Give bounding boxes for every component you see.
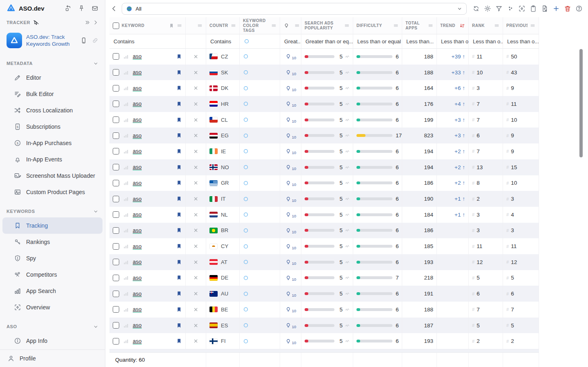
keyword-link[interactable]: aso bbox=[133, 275, 142, 281]
column-menu-icon[interactable] bbox=[294, 23, 300, 28]
bookmark-filled-icon[interactable] bbox=[176, 69, 182, 76]
phone-icon[interactable] bbox=[80, 37, 87, 44]
row-checkbox[interactable] bbox=[113, 101, 119, 107]
keyword-link[interactable]: aso bbox=[133, 291, 142, 297]
sparkline-icon[interactable] bbox=[345, 149, 350, 154]
row-checkbox[interactable] bbox=[113, 338, 119, 345]
bookmark-filled-icon[interactable] bbox=[176, 338, 182, 344]
help-icon[interactable] bbox=[575, 5, 583, 12]
remove-keyword-icon[interactable] bbox=[193, 149, 198, 154]
color-tag-circle-icon[interactable] bbox=[243, 212, 249, 217]
keyword-link[interactable]: aso bbox=[133, 227, 142, 234]
remove-keyword-icon[interactable] bbox=[193, 70, 198, 75]
sparkline-icon[interactable] bbox=[345, 323, 350, 328]
mini-bars-icon[interactable] bbox=[123, 338, 129, 344]
color-tag-circle-icon[interactable] bbox=[243, 101, 249, 107]
column-menu-icon[interactable] bbox=[231, 23, 236, 28]
mini-bars-icon[interactable] bbox=[123, 275, 129, 281]
row-checkbox[interactable] bbox=[113, 85, 119, 92]
remove-keyword-icon[interactable] bbox=[193, 307, 198, 312]
remove-keyword-icon[interactable] bbox=[193, 54, 198, 59]
mini-bars-icon[interactable] bbox=[123, 227, 129, 233]
bookmark-outline-icon[interactable] bbox=[169, 23, 174, 29]
bulb-icon[interactable]: 10 bbox=[285, 291, 296, 297]
keyword-link[interactable]: aso bbox=[133, 196, 142, 202]
bookmark-filled-icon[interactable] bbox=[176, 259, 182, 265]
bulb-icon[interactable]: 10 bbox=[285, 322, 296, 329]
filter-previous[interactable]: Less than o... bbox=[503, 34, 539, 49]
row-checkbox[interactable] bbox=[113, 148, 119, 154]
chevron-right-icon[interactable] bbox=[93, 20, 98, 25]
filter-rank[interactable]: Less than o... bbox=[469, 34, 503, 49]
keyword-link[interactable]: aso bbox=[133, 164, 142, 170]
column-menu-icon[interactable] bbox=[271, 23, 276, 28]
sparkline-icon[interactable] bbox=[345, 70, 350, 75]
row-checkbox[interactable] bbox=[113, 164, 119, 170]
column-menu-icon[interactable] bbox=[197, 23, 203, 28]
keyword-link[interactable]: aso bbox=[133, 211, 142, 218]
keyword-link[interactable]: aso bbox=[133, 259, 142, 265]
tracked-app-item[interactable]: ASO.dev: Track Keywords Growth bbox=[0, 29, 105, 52]
column-menu-icon[interactable] bbox=[530, 23, 535, 28]
color-tag-circle-icon[interactable] bbox=[243, 85, 249, 91]
remove-keyword-icon[interactable] bbox=[193, 291, 198, 296]
color-tag-circle-icon[interactable] bbox=[243, 133, 249, 139]
bookmark-filled-icon[interactable] bbox=[176, 164, 182, 170]
column-menu-icon[interactable] bbox=[177, 23, 182, 28]
bookmark-filled-icon[interactable] bbox=[176, 117, 182, 123]
color-tag-circle-icon[interactable] bbox=[243, 196, 249, 202]
sparkline-icon[interactable] bbox=[345, 133, 350, 138]
filter-total-apps[interactable]: Less than... bbox=[402, 34, 437, 49]
bookmark-filled-icon[interactable] bbox=[176, 307, 182, 313]
select-all-checkbox[interactable] bbox=[113, 22, 119, 29]
sidebar-item-screenshot-mass-uploader[interactable]: Screenshot Mass Uploader bbox=[2, 168, 102, 184]
mini-bars-icon[interactable] bbox=[123, 243, 129, 249]
funnel-icon[interactable] bbox=[495, 5, 503, 12]
color-tag-circle-icon[interactable] bbox=[243, 338, 249, 344]
bulb-icon[interactable]: 10 bbox=[285, 306, 296, 313]
sparkline-icon[interactable] bbox=[345, 86, 350, 90]
mini-bars-icon[interactable] bbox=[123, 291, 129, 297]
row-checkbox[interactable] bbox=[113, 227, 119, 234]
color-tag-circle-icon[interactable] bbox=[243, 322, 249, 328]
filter-trend[interactable]: Less than o... bbox=[437, 34, 469, 49]
bulb-icon[interactable]: 10 bbox=[285, 101, 296, 107]
sort-desc-icon[interactable] bbox=[459, 23, 465, 29]
bulb-icon[interactable]: 10 bbox=[285, 275, 296, 281]
color-tag-circle-icon[interactable] bbox=[243, 307, 249, 312]
bookmark-filled-icon[interactable] bbox=[176, 101, 182, 107]
mini-bars-icon[interactable] bbox=[123, 85, 129, 91]
chevron-down-icon[interactable] bbox=[93, 324, 98, 329]
column-menu-icon[interactable] bbox=[494, 23, 499, 28]
mini-bars-icon[interactable] bbox=[123, 212, 129, 218]
row-checkbox[interactable] bbox=[113, 275, 119, 281]
sidebar-item-in-app-purchases[interactable]: $ In-App Purchases bbox=[2, 135, 102, 151]
sparkline-icon[interactable] bbox=[345, 118, 350, 122]
remove-keyword-icon[interactable] bbox=[193, 165, 198, 170]
bookmark-filled-icon[interactable] bbox=[176, 243, 182, 249]
mini-bars-icon[interactable] bbox=[123, 307, 129, 313]
filter-popularity[interactable]: Greater than or eq... bbox=[301, 34, 353, 49]
mini-bars-icon[interactable] bbox=[123, 117, 129, 123]
mini-bars-icon[interactable] bbox=[123, 180, 129, 186]
sidebar-item-overview[interactable]: Overview bbox=[2, 299, 102, 316]
chevron-down-icon[interactable] bbox=[457, 6, 462, 11]
filter-country[interactable]: Contains bbox=[206, 34, 240, 49]
row-checkbox[interactable] bbox=[113, 132, 119, 139]
row-checkbox[interactable] bbox=[113, 69, 119, 76]
bulb-icon[interactable]: 10 bbox=[285, 227, 296, 234]
keyword-link[interactable]: aso bbox=[133, 306, 142, 313]
keyword-link[interactable]: aso bbox=[133, 116, 142, 123]
sidebar-item-rankings[interactable]: Rankings bbox=[2, 234, 102, 250]
sparkline-icon[interactable] bbox=[345, 339, 350, 343]
keyword-link[interactable]: aso bbox=[133, 322, 142, 329]
chevrons-right-icon[interactable] bbox=[85, 20, 90, 25]
bookmark-filled-icon[interactable] bbox=[176, 132, 182, 139]
bulb-icon[interactable]: 10 bbox=[285, 259, 296, 265]
bookmark-filled-icon[interactable] bbox=[176, 227, 182, 233]
section-header-aso[interactable]: ASO bbox=[0, 320, 105, 333]
sparkline-icon[interactable] bbox=[345, 244, 350, 248]
mail-icon[interactable] bbox=[91, 5, 98, 12]
pin-icon[interactable] bbox=[78, 5, 85, 12]
color-tag-circle-icon[interactable] bbox=[243, 148, 249, 154]
